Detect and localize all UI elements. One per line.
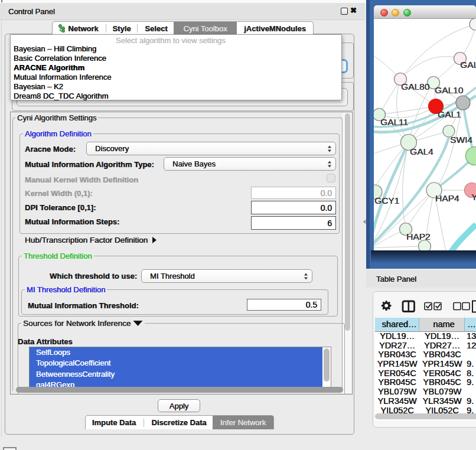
svg-text:GAL11: GAL11 [380, 117, 408, 127]
svg-text:GAL4: GAL4 [410, 146, 433, 156]
svg-text:GAL10: GAL10 [435, 85, 464, 95]
svg-text:GAL1: GAL1 [438, 109, 461, 119]
svg-text:GAL80: GAL80 [401, 81, 430, 92]
svg-text:HAP2: HAP2 [406, 231, 431, 242]
svg-text:HAP4: HAP4 [435, 193, 459, 203]
svg-text:GAL7: GAL7 [460, 60, 476, 70]
svg-text:SWI4: SWI4 [450, 135, 472, 145]
svg-text:GCY1: GCY1 [374, 195, 399, 206]
svg-text:Y: Y [471, 192, 476, 202]
